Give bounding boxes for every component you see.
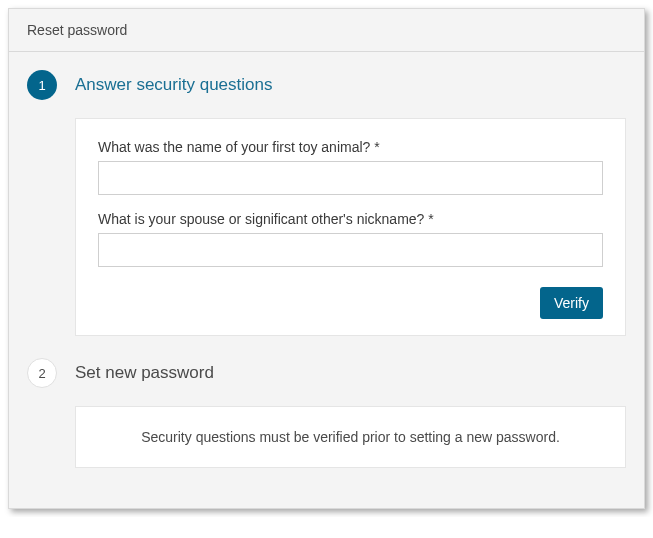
step-header: 1 Answer security questions xyxy=(27,70,626,100)
card-header: Reset password xyxy=(9,9,644,52)
question-1-input[interactable] xyxy=(98,161,603,195)
step-title: Answer security questions xyxy=(75,75,272,95)
step-title: Set new password xyxy=(75,363,214,383)
question-1-label: What was the name of your first toy anim… xyxy=(98,139,603,155)
question-2-group: What is your spouse or significant other… xyxy=(98,211,603,267)
verification-required-message: Security questions must be verified prio… xyxy=(98,429,603,445)
step-security-questions: 1 Answer security questions What was the… xyxy=(27,70,626,336)
step-number-badge: 2 xyxy=(27,358,57,388)
new-password-message-panel: Security questions must be verified prio… xyxy=(75,406,626,468)
step-header: 2 Set new password xyxy=(27,358,626,388)
verify-button[interactable]: Verify xyxy=(540,287,603,319)
card-body: 1 Answer security questions What was the… xyxy=(9,52,644,508)
question-2-input[interactable] xyxy=(98,233,603,267)
security-questions-panel: What was the name of your first toy anim… xyxy=(75,118,626,336)
button-row: Verify xyxy=(98,287,603,319)
step-number-badge: 1 xyxy=(27,70,57,100)
card-title: Reset password xyxy=(27,22,626,38)
step-set-new-password: 2 Set new password Security questions mu… xyxy=(27,358,626,468)
question-2-label: What is your spouse or significant other… xyxy=(98,211,603,227)
question-1-group: What was the name of your first toy anim… xyxy=(98,139,603,195)
reset-password-card: Reset password 1 Answer security questio… xyxy=(8,8,645,509)
